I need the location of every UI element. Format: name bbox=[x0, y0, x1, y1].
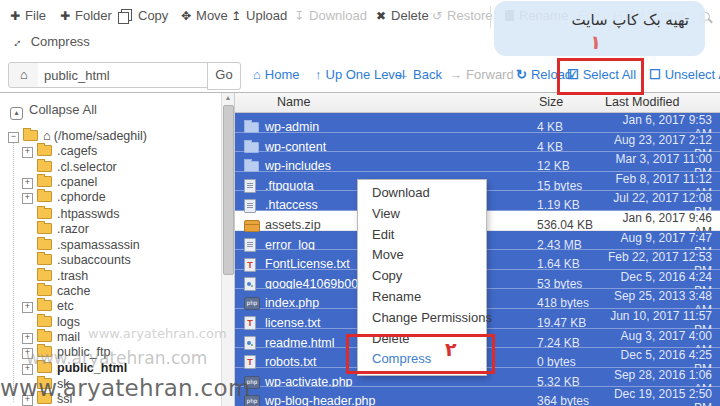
new-folder-label: Folder bbox=[75, 8, 112, 23]
sidebar-item-mail[interactable]: +mail bbox=[0, 330, 221, 346]
new-file-button[interactable]: ✚File bbox=[10, 8, 46, 23]
folder-icon bbox=[37, 239, 52, 250]
new-file-label: File bbox=[25, 8, 46, 23]
sidebar-item-htpasswds[interactable]: .htpasswds bbox=[0, 206, 221, 222]
txt-file-icon bbox=[244, 258, 256, 272]
compress-icon: ↔ bbox=[7, 33, 25, 51]
folder-label: public_ftp bbox=[57, 345, 111, 359]
folder-icon bbox=[37, 254, 52, 265]
expand-icon[interactable]: + bbox=[22, 333, 33, 344]
folder-icon bbox=[37, 270, 52, 281]
plus-icon: ✚ bbox=[10, 9, 20, 23]
sidebar-item-cache[interactable]: cache bbox=[0, 283, 221, 299]
select-all-link[interactable]: ☑Select All bbox=[567, 67, 636, 82]
file-list-header: Name Size Last Modified bbox=[235, 92, 720, 113]
expand-icon[interactable]: + bbox=[22, 147, 33, 158]
file-row-wp-blog-header-php[interactable]: wp-blog-header.php 364 bytes Dec 19, 201… bbox=[235, 387, 720, 406]
sidebar-item-logs[interactable]: logs bbox=[0, 314, 221, 330]
php-file-icon bbox=[244, 297, 260, 310]
home-link[interactable]: ⌂Home bbox=[253, 67, 300, 82]
unselect-all-label: Unselect All bbox=[665, 67, 720, 82]
expand-icon[interactable]: + bbox=[22, 364, 33, 375]
folder-label: .spamassassin bbox=[57, 238, 140, 252]
folder-icon bbox=[37, 346, 52, 357]
sidebar-item-cpanel[interactable]: +.cpanel bbox=[0, 175, 221, 191]
sidebar-item-ssl[interactable]: +ssl bbox=[0, 392, 221, 406]
expand-icon[interactable]: + bbox=[22, 302, 33, 313]
up-one-level-link[interactable]: ↑Up One Level bbox=[315, 67, 405, 82]
context-menu-item-compress[interactable]: Compress bbox=[358, 349, 486, 370]
context-menu-item-view[interactable]: View bbox=[358, 204, 486, 225]
folder-label: .cl.selector bbox=[57, 160, 117, 174]
scroll-up-arrow-icon[interactable]: ▲ bbox=[222, 92, 234, 104]
forward-link[interactable]: →Forward bbox=[449, 67, 514, 82]
folder-label: cache bbox=[57, 284, 90, 298]
sidebar-item-spamassassin[interactable]: .spamassassin bbox=[0, 237, 221, 253]
path-home-button[interactable]: ⌂ bbox=[8, 62, 40, 88]
context-menu-item-copy[interactable]: Copy bbox=[358, 266, 486, 287]
copy-button[interactable]: Copy bbox=[121, 8, 168, 23]
column-header-name[interactable]: Name bbox=[265, 92, 537, 112]
folder-icon bbox=[37, 331, 52, 342]
folder-label: .cagefs bbox=[57, 144, 97, 158]
file-file-icon bbox=[244, 238, 256, 252]
sidebar-item-subaccounts[interactable]: .subaccounts bbox=[0, 252, 221, 268]
plus-icon: ✚ bbox=[60, 9, 70, 23]
folder-file-icon bbox=[244, 161, 259, 172]
sidebar-item-cl-selector[interactable]: .cl.selector bbox=[0, 159, 221, 175]
sidebar-item-cphorde[interactable]: +.cphorde bbox=[0, 190, 221, 206]
upload-icon: ↥ bbox=[231, 9, 241, 23]
folder-label: logs bbox=[57, 315, 80, 329]
file-row-wp-admin[interactable]: wp-admin 4 KB Jan 6, 2017 9:53 AM bbox=[235, 113, 720, 133]
context-menu-item-change-permissions[interactable]: Change Permissions bbox=[358, 308, 486, 329]
new-folder-button[interactable]: ✚Folder bbox=[60, 8, 112, 23]
home-icon: ⌂ bbox=[20, 63, 28, 87]
upload-button[interactable]: ↥Upload bbox=[231, 8, 287, 23]
expand-icon[interactable]: + bbox=[22, 178, 33, 189]
sidebar-item-root[interactable]: −⌂(/home/sadeghil) bbox=[0, 128, 221, 144]
zip-file-icon bbox=[244, 220, 260, 232]
context-menu-item-edit[interactable]: Edit bbox=[358, 225, 486, 246]
sidebar-item-trash[interactable]: .trash bbox=[0, 268, 221, 284]
move-icon: ✥ bbox=[181, 9, 191, 23]
file-row-wp-includes[interactable]: wp-includes 12 KB Mar 3, 2017 11:00 PM bbox=[235, 152, 720, 172]
sidebar-item-sk[interactable]: sk bbox=[0, 376, 221, 392]
file-name: wp-blog-header.php bbox=[265, 394, 537, 406]
expand-icon[interactable]: + bbox=[22, 193, 33, 204]
up-arrow-icon: ↑ bbox=[315, 67, 322, 82]
scrollbar-thumb[interactable] bbox=[223, 105, 234, 275]
file-modified: Dec 19, 2015 2:50 PM bbox=[605, 387, 720, 406]
reload-link[interactable]: ↻Reload bbox=[516, 67, 572, 82]
collapse-expander-icon[interactable]: − bbox=[8, 132, 19, 143]
folder-label: public_html bbox=[57, 361, 127, 375]
context-menu-item-rename[interactable]: Rename bbox=[358, 287, 486, 308]
restore-button[interactable]: ↺Restore bbox=[432, 8, 493, 23]
column-header-size[interactable]: Size bbox=[537, 92, 605, 112]
file-manager-window: ✚File ✚Folder Copy ✥Move ↥Upload ↧Downlo… bbox=[0, 0, 720, 406]
back-arrow-icon: ← bbox=[396, 67, 409, 82]
back-link[interactable]: ←Back bbox=[396, 67, 442, 82]
sidebar-item-public-html[interactable]: +public_html bbox=[0, 361, 221, 377]
collapse-all-button[interactable]: ▴Collapse All bbox=[10, 102, 221, 120]
forward-arrow-icon: → bbox=[449, 67, 462, 82]
compress-button[interactable]: ↔ Compress bbox=[10, 34, 90, 49]
move-button[interactable]: ✥Move bbox=[181, 8, 228, 23]
context-menu-item-download[interactable]: Download bbox=[358, 183, 486, 204]
download-button[interactable]: ↧Download bbox=[294, 8, 367, 23]
column-header-last-modified[interactable]: Last Modified bbox=[605, 92, 720, 112]
context-menu-item-move[interactable]: Move bbox=[358, 245, 486, 266]
expand-icon[interactable]: + bbox=[22, 395, 33, 406]
sidebar-item-cagefs[interactable]: +.cagefs bbox=[0, 144, 221, 160]
sidebar-item-etc[interactable]: +etc bbox=[0, 299, 221, 315]
delete-button[interactable]: ✖Delete bbox=[376, 8, 429, 23]
go-button[interactable]: Go bbox=[207, 62, 241, 90]
home-icon: ⌂ bbox=[253, 67, 261, 82]
sidebar-item-razor[interactable]: .razor bbox=[0, 221, 221, 237]
path-input[interactable] bbox=[38, 62, 213, 88]
file-row-wp-content[interactable]: wp-content 4 KB Aug 23, 2017 2:12 PM bbox=[235, 133, 720, 153]
sidebar-item-public-ftp[interactable]: +public_ftp bbox=[0, 345, 221, 361]
expand-icon[interactable]: + bbox=[22, 348, 33, 359]
unselect-all-link[interactable]: ☐Unselect All bbox=[649, 67, 720, 82]
tree-scrollbar[interactable]: ▲ bbox=[221, 92, 235, 406]
context-menu-item-delete[interactable]: Delete bbox=[358, 329, 486, 350]
